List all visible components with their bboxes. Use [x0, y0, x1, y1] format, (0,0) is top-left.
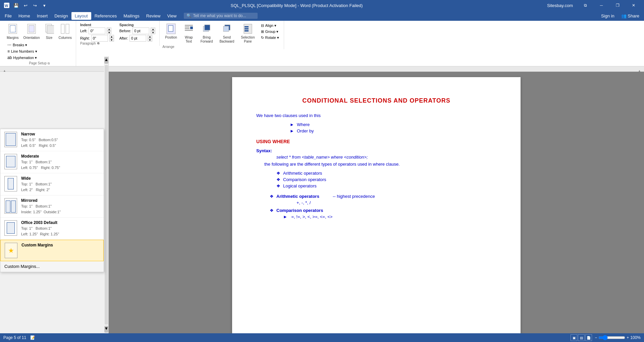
- columns-button[interactable]: Columns: [57, 22, 74, 41]
- narrow-margin-item[interactable]: Narrow Top: 0.5" Bottom:0.5" Left: 0.5" …: [0, 129, 104, 151]
- window-controls: ⧉ ─ ❐ ✕: [578, 0, 641, 11]
- search-input[interactable]: [193, 13, 253, 18]
- menu-references[interactable]: References: [91, 12, 120, 20]
- close-button[interactable]: ✕: [626, 0, 641, 11]
- menu-mailings[interactable]: Mailings: [120, 12, 143, 20]
- wide-label: Wide: [21, 176, 52, 181]
- svg-rect-13: [185, 26, 190, 27]
- print-layout-button[interactable]: ▣: [571, 334, 577, 341]
- customize-quick-access[interactable]: ▾: [40, 1, 48, 9]
- read-mode-button[interactable]: 📄: [585, 334, 592, 341]
- restore-down-button[interactable]: ⧉: [578, 0, 593, 11]
- spacing-before-input[interactable]: [132, 27, 149, 34]
- moderate-label: Moderate: [21, 154, 60, 159]
- margins-button[interactable]: Margins: [5, 22, 21, 41]
- moderate-preview: [4, 154, 17, 169]
- tell-me-box[interactable]: 🔍: [184, 13, 258, 19]
- narrow-detail: Top: 0.5" Bottom:0.5" Left: 0.5" Right: …: [21, 137, 58, 148]
- rotate-button[interactable]: ↻ Rotate ▾: [259, 35, 281, 41]
- paragraph-expand[interactable]: ⧉: [97, 42, 99, 45]
- office2003-margin-item[interactable]: Office 2003 Default Top: 1" Bottom:1" Le…: [0, 218, 104, 240]
- menu-review[interactable]: Review: [143, 12, 164, 20]
- menu-insert[interactable]: Insert: [34, 12, 51, 20]
- page-setup-expand[interactable]: ⧉: [48, 62, 50, 65]
- margins-icon: [8, 23, 17, 35]
- wrap-text-icon: [184, 23, 194, 36]
- minimize-button[interactable]: ─: [594, 0, 609, 11]
- indent-left-down[interactable]: ▼: [107, 31, 111, 34]
- maximize-button[interactable]: ❐: [610, 0, 625, 11]
- arrow-icon-1: ►: [290, 122, 294, 127]
- spacing-after-up[interactable]: ▲: [148, 35, 152, 38]
- compare-heading-row: ❖ Comparison operators: [270, 208, 496, 213]
- arrow-icon-2: ►: [290, 128, 294, 133]
- send-backward-button[interactable]: SendBackward: [217, 22, 237, 45]
- spacing-after-spinner[interactable]: ▲ ▼: [148, 35, 152, 42]
- sign-in-button[interactable]: Sign in: [598, 12, 618, 20]
- undo-button[interactable]: ↩: [21, 1, 30, 9]
- zoom-out-button[interactable]: −: [595, 335, 597, 340]
- menu-view[interactable]: View: [164, 12, 180, 20]
- bring-forward-button[interactable]: BringForward: [198, 22, 216, 45]
- spacing-before-spinner[interactable]: ▲ ▼: [151, 27, 155, 34]
- spacing-after-input[interactable]: [129, 35, 146, 42]
- indent-left-input[interactable]: [89, 27, 105, 34]
- spacing-before-down[interactable]: ▼: [151, 31, 155, 34]
- custom-margins-link[interactable]: Custom Margins...: [0, 261, 104, 272]
- star-icon: ★: [8, 246, 14, 254]
- wrap-text-button[interactable]: WrapText: [181, 22, 197, 45]
- arith-op-item: ❖ Arithmetic operators: [276, 171, 496, 176]
- narrow-label: Narrow: [21, 132, 58, 136]
- indent-label: Indent: [80, 23, 114, 27]
- indent-right-up[interactable]: ▲: [109, 35, 114, 38]
- arrange-label: Arrange: [162, 45, 281, 49]
- mirrored-margin-item[interactable]: Mirrored Top: 1" Bottom:1" Inside: 1.25"…: [0, 195, 104, 218]
- arith-ops: +, -, *, /: [297, 200, 496, 205]
- share-button[interactable]: 👥 Share: [618, 12, 643, 20]
- hyphenation-icon: ab: [7, 55, 12, 60]
- web-layout-button[interactable]: ▤: [578, 334, 585, 341]
- menu-file[interactable]: File: [1, 12, 15, 20]
- svg-rect-14: [185, 28, 190, 29]
- window-title: SQL_PLSQL [Compatibility Mode] - Word (P…: [48, 3, 545, 8]
- selection-pane-button[interactable]: SelectionPane: [238, 22, 257, 45]
- group-button[interactable]: ⊞ Group ▾: [259, 29, 281, 35]
- menu-layout[interactable]: Layout: [71, 12, 91, 20]
- indent-right-spinner[interactable]: ▲ ▼: [109, 35, 114, 42]
- save-button[interactable]: 💾: [12, 1, 20, 9]
- svg-rect-9: [66, 24, 69, 34]
- custom-margins-label: Custom Margins: [21, 243, 53, 247]
- logical-op-item: ❖ Logical operators: [276, 183, 496, 188]
- scrollbar-down[interactable]: ▼: [104, 326, 108, 333]
- scrollbar-thumb[interactable]: [105, 72, 108, 325]
- svg-rect-24: [245, 30, 249, 32]
- zoom-in-button[interactable]: +: [627, 335, 629, 340]
- line-numbers-button[interactable]: ≡ Line Numbers ▾: [5, 48, 73, 54]
- redo-button[interactable]: ↪: [31, 1, 39, 9]
- status-right: ▣ ▤ 📄 − + 100%: [571, 334, 641, 341]
- orientation-button[interactable]: Orientation: [21, 22, 42, 41]
- align-button[interactable]: ⊟ Align ▾: [259, 23, 281, 28]
- compare-ops: ► =, !=, >, <, >=, <=, <>: [283, 214, 496, 219]
- ruler: ▲ ▲: [0, 66, 644, 72]
- hyphenation-button[interactable]: ab Hyphenation ▾: [5, 55, 73, 61]
- indent-left-label: Left:: [80, 29, 87, 33]
- menu-home[interactable]: Home: [15, 12, 34, 20]
- wide-margin-item[interactable]: Wide Top: 1" Bottom:1" Left: 2" Right: 2…: [0, 173, 104, 195]
- using-where-heading: USING WHERE: [256, 139, 496, 144]
- spacing-before-up[interactable]: ▲: [151, 27, 155, 31]
- indent-left-up[interactable]: ▲: [107, 27, 111, 31]
- wide-preview: [4, 176, 17, 191]
- spacing-after-down[interactable]: ▼: [148, 38, 152, 42]
- menu-design[interactable]: Design: [51, 12, 71, 20]
- indent-left-spinner[interactable]: ▲ ▼: [107, 27, 111, 34]
- breaks-button[interactable]: ⋯ Breaks ▾: [5, 42, 73, 48]
- size-button[interactable]: Size: [43, 22, 56, 41]
- custom-margins-item[interactable]: ★ Custom Margins: [0, 240, 104, 261]
- moderate-margin-item[interactable]: Moderate Top: 1" Bottom:1" Left: 0.75" R…: [0, 151, 104, 173]
- zoom-range[interactable]: [598, 335, 625, 340]
- indent-right-input[interactable]: [91, 35, 108, 42]
- indent-right-down[interactable]: ▼: [109, 38, 114, 42]
- arith-section: ❖ Arithmetic operators -- highest preced…: [256, 194, 496, 219]
- position-button[interactable]: Position: [162, 22, 180, 41]
